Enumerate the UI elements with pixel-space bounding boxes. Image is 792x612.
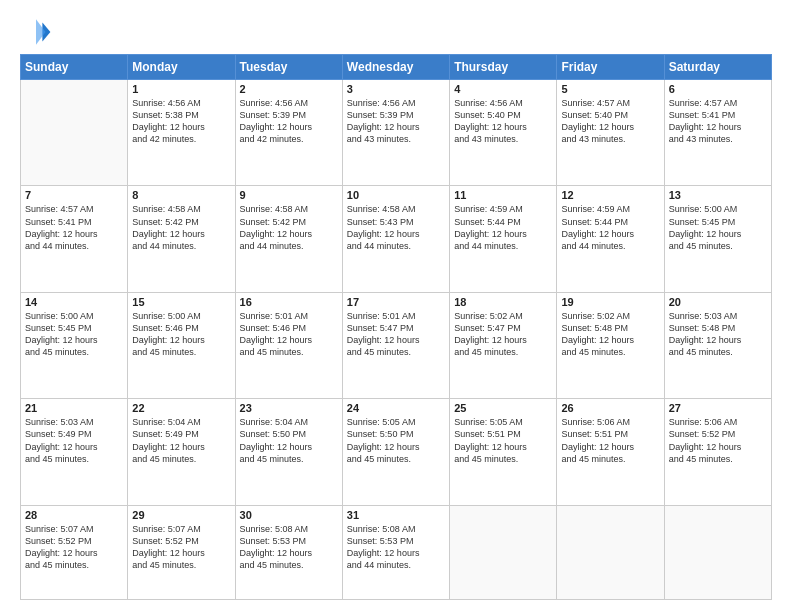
day-number: 4 bbox=[454, 83, 552, 95]
calendar-week-row: 14Sunrise: 5:00 AM Sunset: 5:45 PM Dayli… bbox=[21, 292, 772, 398]
day-number: 31 bbox=[347, 509, 445, 521]
calendar-cell: 20Sunrise: 5:03 AM Sunset: 5:48 PM Dayli… bbox=[664, 292, 771, 398]
day-info: Sunrise: 5:04 AM Sunset: 5:49 PM Dayligh… bbox=[132, 416, 230, 465]
calendar-cell: 12Sunrise: 4:59 AM Sunset: 5:44 PM Dayli… bbox=[557, 186, 664, 292]
day-info: Sunrise: 5:07 AM Sunset: 5:52 PM Dayligh… bbox=[25, 523, 123, 572]
day-info: Sunrise: 5:00 AM Sunset: 5:46 PM Dayligh… bbox=[132, 310, 230, 359]
day-number: 20 bbox=[669, 296, 767, 308]
calendar-cell: 1Sunrise: 4:56 AM Sunset: 5:38 PM Daylig… bbox=[128, 80, 235, 186]
calendar-header-row: SundayMondayTuesdayWednesdayThursdayFrid… bbox=[21, 55, 772, 80]
day-number: 27 bbox=[669, 402, 767, 414]
calendar-cell: 17Sunrise: 5:01 AM Sunset: 5:47 PM Dayli… bbox=[342, 292, 449, 398]
day-number: 12 bbox=[561, 189, 659, 201]
calendar-cell: 4Sunrise: 4:56 AM Sunset: 5:40 PM Daylig… bbox=[450, 80, 557, 186]
day-number: 22 bbox=[132, 402, 230, 414]
day-info: Sunrise: 5:06 AM Sunset: 5:52 PM Dayligh… bbox=[669, 416, 767, 465]
day-info: Sunrise: 5:00 AM Sunset: 5:45 PM Dayligh… bbox=[25, 310, 123, 359]
day-info: Sunrise: 5:04 AM Sunset: 5:50 PM Dayligh… bbox=[240, 416, 338, 465]
calendar-cell: 7Sunrise: 4:57 AM Sunset: 5:41 PM Daylig… bbox=[21, 186, 128, 292]
calendar-cell: 25Sunrise: 5:05 AM Sunset: 5:51 PM Dayli… bbox=[450, 399, 557, 505]
calendar-cell: 27Sunrise: 5:06 AM Sunset: 5:52 PM Dayli… bbox=[664, 399, 771, 505]
calendar-week-row: 21Sunrise: 5:03 AM Sunset: 5:49 PM Dayli… bbox=[21, 399, 772, 505]
calendar-cell bbox=[21, 80, 128, 186]
calendar-cell: 6Sunrise: 4:57 AM Sunset: 5:41 PM Daylig… bbox=[664, 80, 771, 186]
calendar-cell: 22Sunrise: 5:04 AM Sunset: 5:49 PM Dayli… bbox=[128, 399, 235, 505]
calendar-cell: 5Sunrise: 4:57 AM Sunset: 5:40 PM Daylig… bbox=[557, 80, 664, 186]
weekday-header: Wednesday bbox=[342, 55, 449, 80]
day-number: 11 bbox=[454, 189, 552, 201]
calendar-cell: 23Sunrise: 5:04 AM Sunset: 5:50 PM Dayli… bbox=[235, 399, 342, 505]
day-info: Sunrise: 4:56 AM Sunset: 5:39 PM Dayligh… bbox=[347, 97, 445, 146]
calendar-cell: 28Sunrise: 5:07 AM Sunset: 5:52 PM Dayli… bbox=[21, 505, 128, 599]
calendar-cell: 19Sunrise: 5:02 AM Sunset: 5:48 PM Dayli… bbox=[557, 292, 664, 398]
weekday-header: Sunday bbox=[21, 55, 128, 80]
day-number: 17 bbox=[347, 296, 445, 308]
svg-marker-1 bbox=[36, 19, 46, 45]
day-number: 19 bbox=[561, 296, 659, 308]
calendar-cell: 30Sunrise: 5:08 AM Sunset: 5:53 PM Dayli… bbox=[235, 505, 342, 599]
weekday-header: Thursday bbox=[450, 55, 557, 80]
day-number: 30 bbox=[240, 509, 338, 521]
calendar-cell: 2Sunrise: 4:56 AM Sunset: 5:39 PM Daylig… bbox=[235, 80, 342, 186]
day-info: Sunrise: 4:56 AM Sunset: 5:40 PM Dayligh… bbox=[454, 97, 552, 146]
day-info: Sunrise: 5:01 AM Sunset: 5:46 PM Dayligh… bbox=[240, 310, 338, 359]
day-info: Sunrise: 5:07 AM Sunset: 5:52 PM Dayligh… bbox=[132, 523, 230, 572]
day-number: 26 bbox=[561, 402, 659, 414]
calendar-cell: 13Sunrise: 5:00 AM Sunset: 5:45 PM Dayli… bbox=[664, 186, 771, 292]
day-info: Sunrise: 4:59 AM Sunset: 5:44 PM Dayligh… bbox=[561, 203, 659, 252]
day-number: 8 bbox=[132, 189, 230, 201]
day-info: Sunrise: 4:59 AM Sunset: 5:44 PM Dayligh… bbox=[454, 203, 552, 252]
logo bbox=[20, 16, 56, 48]
calendar-week-row: 1Sunrise: 4:56 AM Sunset: 5:38 PM Daylig… bbox=[21, 80, 772, 186]
day-number: 2 bbox=[240, 83, 338, 95]
day-info: Sunrise: 5:08 AM Sunset: 5:53 PM Dayligh… bbox=[240, 523, 338, 572]
day-info: Sunrise: 4:57 AM Sunset: 5:40 PM Dayligh… bbox=[561, 97, 659, 146]
day-info: Sunrise: 5:06 AM Sunset: 5:51 PM Dayligh… bbox=[561, 416, 659, 465]
day-info: Sunrise: 5:05 AM Sunset: 5:50 PM Dayligh… bbox=[347, 416, 445, 465]
page: SundayMondayTuesdayWednesdayThursdayFrid… bbox=[0, 0, 792, 612]
day-info: Sunrise: 4:57 AM Sunset: 5:41 PM Dayligh… bbox=[669, 97, 767, 146]
calendar-cell: 10Sunrise: 4:58 AM Sunset: 5:43 PM Dayli… bbox=[342, 186, 449, 292]
calendar-cell: 18Sunrise: 5:02 AM Sunset: 5:47 PM Dayli… bbox=[450, 292, 557, 398]
calendar-cell: 16Sunrise: 5:01 AM Sunset: 5:46 PM Dayli… bbox=[235, 292, 342, 398]
day-info: Sunrise: 4:57 AM Sunset: 5:41 PM Dayligh… bbox=[25, 203, 123, 252]
day-info: Sunrise: 5:02 AM Sunset: 5:47 PM Dayligh… bbox=[454, 310, 552, 359]
calendar-cell: 26Sunrise: 5:06 AM Sunset: 5:51 PM Dayli… bbox=[557, 399, 664, 505]
day-number: 21 bbox=[25, 402, 123, 414]
calendar-cell: 31Sunrise: 5:08 AM Sunset: 5:53 PM Dayli… bbox=[342, 505, 449, 599]
day-info: Sunrise: 4:58 AM Sunset: 5:42 PM Dayligh… bbox=[240, 203, 338, 252]
day-number: 13 bbox=[669, 189, 767, 201]
calendar-week-row: 28Sunrise: 5:07 AM Sunset: 5:52 PM Dayli… bbox=[21, 505, 772, 599]
day-number: 23 bbox=[240, 402, 338, 414]
day-number: 16 bbox=[240, 296, 338, 308]
day-number: 24 bbox=[347, 402, 445, 414]
day-number: 5 bbox=[561, 83, 659, 95]
weekday-header: Tuesday bbox=[235, 55, 342, 80]
day-number: 7 bbox=[25, 189, 123, 201]
calendar-cell bbox=[664, 505, 771, 599]
day-info: Sunrise: 4:56 AM Sunset: 5:38 PM Dayligh… bbox=[132, 97, 230, 146]
day-info: Sunrise: 5:01 AM Sunset: 5:47 PM Dayligh… bbox=[347, 310, 445, 359]
calendar-cell: 21Sunrise: 5:03 AM Sunset: 5:49 PM Dayli… bbox=[21, 399, 128, 505]
day-info: Sunrise: 4:56 AM Sunset: 5:39 PM Dayligh… bbox=[240, 97, 338, 146]
day-number: 1 bbox=[132, 83, 230, 95]
calendar-cell bbox=[557, 505, 664, 599]
day-info: Sunrise: 5:03 AM Sunset: 5:48 PM Dayligh… bbox=[669, 310, 767, 359]
day-info: Sunrise: 5:08 AM Sunset: 5:53 PM Dayligh… bbox=[347, 523, 445, 572]
calendar-table: SundayMondayTuesdayWednesdayThursdayFrid… bbox=[20, 54, 772, 600]
day-number: 25 bbox=[454, 402, 552, 414]
weekday-header: Saturday bbox=[664, 55, 771, 80]
day-number: 9 bbox=[240, 189, 338, 201]
day-number: 28 bbox=[25, 509, 123, 521]
day-number: 14 bbox=[25, 296, 123, 308]
calendar-cell: 29Sunrise: 5:07 AM Sunset: 5:52 PM Dayli… bbox=[128, 505, 235, 599]
day-info: Sunrise: 5:02 AM Sunset: 5:48 PM Dayligh… bbox=[561, 310, 659, 359]
day-info: Sunrise: 4:58 AM Sunset: 5:42 PM Dayligh… bbox=[132, 203, 230, 252]
weekday-header: Monday bbox=[128, 55, 235, 80]
calendar-cell: 3Sunrise: 4:56 AM Sunset: 5:39 PM Daylig… bbox=[342, 80, 449, 186]
day-number: 15 bbox=[132, 296, 230, 308]
calendar-cell: 11Sunrise: 4:59 AM Sunset: 5:44 PM Dayli… bbox=[450, 186, 557, 292]
calendar-cell: 8Sunrise: 4:58 AM Sunset: 5:42 PM Daylig… bbox=[128, 186, 235, 292]
day-info: Sunrise: 5:00 AM Sunset: 5:45 PM Dayligh… bbox=[669, 203, 767, 252]
day-number: 10 bbox=[347, 189, 445, 201]
